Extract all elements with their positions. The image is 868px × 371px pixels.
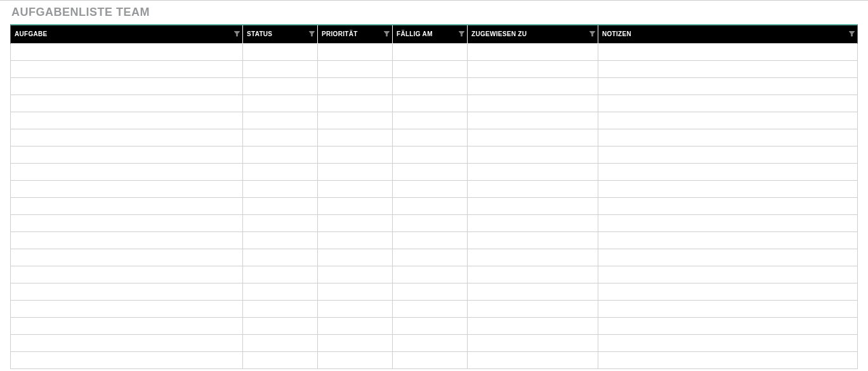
cell-status[interactable] <box>243 351 318 368</box>
cell-zugewiesen[interactable] <box>468 214 598 231</box>
cell-faellig[interactable] <box>393 146 468 163</box>
cell-zugewiesen[interactable] <box>468 129 598 146</box>
cell-notizen[interactable] <box>598 214 858 231</box>
col-header-status[interactable]: STATUS <box>243 25 318 43</box>
cell-status[interactable] <box>243 214 318 231</box>
cell-aufgabe[interactable] <box>11 283 243 300</box>
cell-zugewiesen[interactable] <box>468 231 598 249</box>
cell-notizen[interactable] <box>598 231 858 249</box>
cell-zugewiesen[interactable] <box>468 334 598 351</box>
cell-status[interactable] <box>243 197 318 214</box>
cell-status[interactable] <box>243 300 318 317</box>
cell-zugewiesen[interactable] <box>468 77 598 94</box>
cell-aufgabe[interactable] <box>11 317 243 334</box>
cell-faellig[interactable] <box>393 300 468 317</box>
cell-faellig[interactable] <box>393 112 468 129</box>
cell-status[interactable] <box>243 163 318 180</box>
cell-aufgabe[interactable] <box>11 112 243 129</box>
cell-zugewiesen[interactable] <box>468 163 598 180</box>
cell-aufgabe[interactable] <box>11 129 243 146</box>
cell-zugewiesen[interactable] <box>468 146 598 163</box>
cell-prioritaet[interactable] <box>318 214 393 231</box>
filter-icon[interactable] <box>308 31 315 37</box>
cell-aufgabe[interactable] <box>11 249 243 266</box>
cell-status[interactable] <box>243 146 318 163</box>
cell-notizen[interactable] <box>598 94 858 112</box>
cell-notizen[interactable] <box>598 300 858 317</box>
filter-icon[interactable] <box>589 31 595 37</box>
filter-icon[interactable] <box>458 31 464 37</box>
cell-zugewiesen[interactable] <box>468 43 598 60</box>
cell-prioritaet[interactable] <box>318 163 393 180</box>
cell-prioritaet[interactable] <box>318 283 393 300</box>
cell-prioritaet[interactable] <box>318 112 393 129</box>
cell-prioritaet[interactable] <box>318 266 393 283</box>
cell-faellig[interactable] <box>393 77 468 94</box>
cell-prioritaet[interactable] <box>318 351 393 368</box>
cell-notizen[interactable] <box>598 317 858 334</box>
cell-status[interactable] <box>243 60 318 77</box>
filter-icon[interactable] <box>848 31 855 37</box>
cell-aufgabe[interactable] <box>11 231 243 249</box>
cell-notizen[interactable] <box>598 163 858 180</box>
cell-aufgabe[interactable] <box>11 180 243 197</box>
cell-status[interactable] <box>243 77 318 94</box>
cell-notizen[interactable] <box>598 283 858 300</box>
cell-faellig[interactable] <box>393 43 468 60</box>
cell-status[interactable] <box>243 231 318 249</box>
cell-prioritaet[interactable] <box>318 146 393 163</box>
cell-status[interactable] <box>243 249 318 266</box>
cell-faellig[interactable] <box>393 351 468 368</box>
cell-prioritaet[interactable] <box>318 60 393 77</box>
cell-zugewiesen[interactable] <box>468 60 598 77</box>
cell-prioritaet[interactable] <box>318 43 393 60</box>
cell-faellig[interactable] <box>393 129 468 146</box>
cell-aufgabe[interactable] <box>11 266 243 283</box>
cell-prioritaet[interactable] <box>318 129 393 146</box>
cell-status[interactable] <box>243 94 318 112</box>
cell-prioritaet[interactable] <box>318 300 393 317</box>
cell-prioritaet[interactable] <box>318 77 393 94</box>
cell-faellig[interactable] <box>393 266 468 283</box>
cell-zugewiesen[interactable] <box>468 94 598 112</box>
cell-faellig[interactable] <box>393 94 468 112</box>
cell-aufgabe[interactable] <box>11 334 243 351</box>
cell-aufgabe[interactable] <box>11 146 243 163</box>
cell-aufgabe[interactable] <box>11 300 243 317</box>
col-header-zugewiesen[interactable]: ZUGEWIESEN ZU <box>468 25 598 43</box>
cell-aufgabe[interactable] <box>11 94 243 112</box>
cell-aufgabe[interactable] <box>11 197 243 214</box>
col-header-notizen[interactable]: NOTIZEN <box>598 25 858 43</box>
cell-faellig[interactable] <box>393 317 468 334</box>
cell-prioritaet[interactable] <box>318 180 393 197</box>
cell-notizen[interactable] <box>598 197 858 214</box>
cell-status[interactable] <box>243 266 318 283</box>
cell-status[interactable] <box>243 43 318 60</box>
cell-faellig[interactable] <box>393 180 468 197</box>
cell-prioritaet[interactable] <box>318 334 393 351</box>
cell-zugewiesen[interactable] <box>468 180 598 197</box>
cell-zugewiesen[interactable] <box>468 283 598 300</box>
cell-faellig[interactable] <box>393 214 468 231</box>
cell-status[interactable] <box>243 283 318 300</box>
filter-icon[interactable] <box>383 31 390 37</box>
cell-faellig[interactable] <box>393 231 468 249</box>
cell-notizen[interactable] <box>598 60 858 77</box>
cell-status[interactable] <box>243 129 318 146</box>
col-header-aufgabe[interactable]: AUFGABE <box>11 25 243 43</box>
cell-zugewiesen[interactable] <box>468 249 598 266</box>
cell-notizen[interactable] <box>598 112 858 129</box>
cell-aufgabe[interactable] <box>11 77 243 94</box>
cell-zugewiesen[interactable] <box>468 112 598 129</box>
cell-notizen[interactable] <box>598 266 858 283</box>
cell-aufgabe[interactable] <box>11 214 243 231</box>
cell-faellig[interactable] <box>393 197 468 214</box>
cell-notizen[interactable] <box>598 146 858 163</box>
cell-notizen[interactable] <box>598 351 858 368</box>
cell-aufgabe[interactable] <box>11 60 243 77</box>
cell-faellig[interactable] <box>393 249 468 266</box>
cell-status[interactable] <box>243 112 318 129</box>
cell-prioritaet[interactable] <box>318 231 393 249</box>
cell-faellig[interactable] <box>393 60 468 77</box>
col-header-faellig[interactable]: FÄLLIG AM <box>393 25 468 43</box>
